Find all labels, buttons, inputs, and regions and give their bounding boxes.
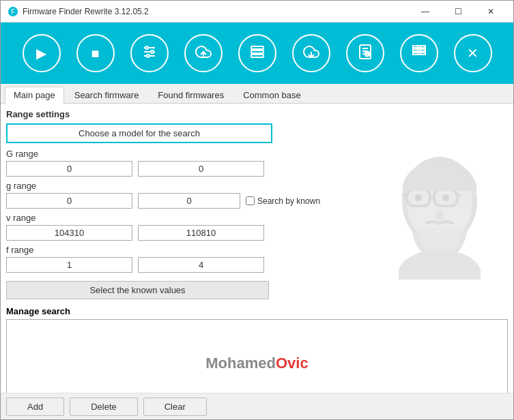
close-button[interactable]: ✕: [475, 1, 506, 22]
v-range-inputs: [6, 225, 365, 241]
range-settings-section: Range settings Choose a model for the se…: [6, 109, 508, 420]
svg-rect-27: [420, 52, 425, 55]
v-range-max-input[interactable]: [138, 225, 264, 241]
f-range-min-input[interactable]: [6, 257, 132, 273]
g-range-label: G range: [6, 149, 365, 159]
manage-search-textarea[interactable]: [7, 320, 507, 407]
svg-rect-19: [413, 46, 418, 48]
f-range-label: f range: [6, 245, 365, 255]
stop-button[interactable]: ■: [76, 34, 115, 72]
svg-point-36: [442, 194, 449, 201]
manage-search-label: Manage search: [6, 306, 508, 316]
f-range-max-input[interactable]: [138, 257, 264, 273]
settings-button[interactable]: [130, 34, 169, 72]
cloud-button[interactable]: [184, 34, 223, 72]
right-panel: [371, 123, 508, 299]
g-lower-range-min-input[interactable]: [6, 193, 132, 209]
document-button[interactable]: $: [346, 34, 384, 72]
g-lower-range-label: g range: [6, 181, 365, 191]
minimize-button[interactable]: —: [410, 1, 441, 22]
main-layout: Choose a model for the search G range g …: [6, 123, 508, 299]
svg-point-35: [415, 194, 422, 201]
svg-rect-24: [420, 49, 425, 51]
download-icon: [303, 44, 319, 63]
tab-found-firmwares[interactable]: Found firmwares: [149, 87, 233, 103]
tabs: Main page Search firmware Found firmware…: [1, 84, 513, 104]
cloud-upload-icon: [195, 44, 212, 63]
svg-rect-9: [251, 46, 263, 49]
svg-rect-10: [251, 50, 263, 53]
search-by-known-label[interactable]: Search by known: [246, 196, 320, 206]
select-known-values-button[interactable]: Select the known values: [6, 281, 269, 299]
g-range-inputs: [6, 161, 365, 177]
g-range-max-input[interactable]: [138, 161, 264, 177]
g-lower-range-row: Search by known: [6, 193, 365, 209]
range-settings-label: Range settings: [6, 109, 508, 119]
list-button[interactable]: [238, 34, 276, 72]
stop-icon: ■: [91, 46, 99, 61]
list-icon: [249, 44, 266, 63]
grid-icon: [411, 44, 427, 63]
tab-search-firmware[interactable]: Search firmware: [66, 87, 148, 103]
model-select-button[interactable]: Choose a model for the search: [6, 123, 272, 143]
manage-search-section: Manage search MohamedOvic: [6, 306, 508, 420]
search-by-known-checkbox[interactable]: [246, 196, 255, 205]
settings-icon: [141, 44, 158, 63]
left-panel: Choose a model for the search G range g …: [6, 123, 365, 299]
play-icon: ▶: [36, 45, 46, 61]
svg-rect-25: [413, 52, 418, 55]
download-button[interactable]: [292, 34, 330, 72]
svg-point-5: [145, 46, 148, 49]
svg-rect-22: [413, 49, 418, 51]
title-bar-text: Firmware Finder Rewrite 3.12.05.2: [23, 7, 410, 16]
svg-rect-21: [420, 46, 425, 48]
svg-text:F: F: [11, 8, 15, 16]
title-bar-icon: F: [8, 6, 18, 17]
f-range-inputs: [6, 257, 365, 273]
content-area: Range settings Choose a model for the se…: [1, 104, 513, 420]
grid-button[interactable]: [400, 34, 438, 72]
svg-rect-11: [251, 55, 263, 57]
svg-text:$: $: [366, 52, 368, 57]
svg-point-7: [147, 55, 149, 57]
g-lower-range-max-input[interactable]: [138, 193, 240, 209]
svg-point-37: [436, 209, 444, 220]
tab-main-page[interactable]: Main page: [5, 87, 64, 104]
svg-point-6: [151, 50, 154, 53]
title-bar: F Firmware Finder Rewrite 3.12.05.2 — ☐ …: [1, 1, 513, 22]
title-bar-controls: — ☐ ✕: [410, 1, 506, 22]
toolbar: ▶ ■: [1, 22, 513, 84]
maximize-button[interactable]: ☐: [442, 1, 474, 22]
close-circle-button[interactable]: ✕: [454, 34, 492, 72]
manage-search-container: MohamedOvic: [6, 319, 508, 408]
g-range-min-input[interactable]: [6, 161, 132, 177]
play-button[interactable]: ▶: [23, 34, 61, 72]
document-icon: $: [357, 44, 373, 63]
v-range-min-input[interactable]: [6, 225, 132, 241]
v-range-label: v range: [6, 213, 365, 223]
tab-common-base[interactable]: Common base: [234, 87, 310, 103]
avatar-icon: [378, 143, 501, 280]
close-circle-icon: ✕: [467, 45, 479, 61]
